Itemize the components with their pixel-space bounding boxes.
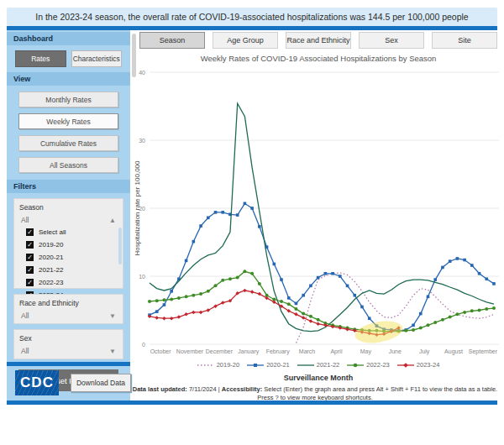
data-point-2023-24[interactable] <box>309 319 313 323</box>
rates-button[interactable]: Rates <box>15 50 66 67</box>
view-button-monthly-rates[interactable]: Monthly Rates <box>18 92 118 107</box>
data-point-2022-23[interactable] <box>162 298 165 301</box>
data-point-2023-24[interactable] <box>177 315 181 319</box>
checkbox-checked-icon[interactable]: ✓ <box>26 228 34 236</box>
data-point-2022-23[interactable] <box>412 328 415 332</box>
data-point-2022-23[interactable] <box>492 306 496 310</box>
data-point-2020-21[interactable] <box>250 207 254 210</box>
data-point-2020-21[interactable] <box>492 282 496 285</box>
season-list-scrollbar[interactable] <box>118 228 122 264</box>
season-option-2021-22[interactable]: ✓2021-22 <box>26 264 118 275</box>
data-point-2023-24[interactable] <box>250 290 255 294</box>
legend-item-2020-21[interactable]: 2020-21 <box>247 361 290 369</box>
data-point-2023-24[interactable] <box>184 312 188 317</box>
data-point-2023-24[interactable] <box>302 316 306 320</box>
series-line-2022-23[interactable] <box>150 271 494 331</box>
data-point-2022-23[interactable] <box>199 292 202 296</box>
data-point-2022-23[interactable] <box>221 279 224 282</box>
characteristics-button[interactable]: Characteristics <box>71 50 123 67</box>
data-point-2022-23[interactable] <box>294 307 297 311</box>
data-point-2022-23[interactable] <box>148 300 151 303</box>
data-point-2022-23[interactable] <box>170 298 173 301</box>
season-option-2020-21[interactable]: ✓2020-21 <box>26 252 118 263</box>
data-point-2020-21[interactable] <box>236 213 239 217</box>
data-point-2022-23[interactable] <box>185 295 188 298</box>
tab-race-and-ethnicity[interactable]: Race and Ethnicity <box>286 32 351 49</box>
legend-item-2021-22[interactable]: 2021-22 <box>297 361 340 369</box>
data-point-2020-21[interactable] <box>170 290 173 293</box>
checkbox-checked-icon[interactable]: ✓ <box>26 254 34 261</box>
tab-sex[interactable]: Sex <box>359 32 424 49</box>
data-point-2020-21[interactable] <box>199 224 202 228</box>
checkbox-checked-icon[interactable]: ✓ <box>26 266 34 274</box>
data-point-2020-21[interactable] <box>470 264 474 267</box>
data-point-2020-21[interactable] <box>449 259 452 263</box>
legend-item-2019-20[interactable]: 2019-20 <box>197 361 240 369</box>
data-point-2020-21[interactable] <box>317 276 320 280</box>
data-point-2020-21[interactable] <box>456 257 459 260</box>
data-point-2020-21[interactable] <box>346 285 349 288</box>
data-point-2023-24[interactable] <box>162 317 166 321</box>
data-point-2022-23[interactable] <box>404 329 407 332</box>
data-point-2023-24[interactable] <box>199 311 203 315</box>
data-point-2020-21[interactable] <box>485 277 488 280</box>
legend-item-2023-24[interactable]: 2023-24 <box>397 361 440 369</box>
data-point-2023-24[interactable] <box>170 317 174 321</box>
season-filter-dropdown[interactable]: All ▲ <box>19 215 118 225</box>
data-point-2020-21[interactable] <box>244 202 247 206</box>
data-point-2023-24[interactable] <box>155 316 159 320</box>
data-point-2020-21[interactable] <box>433 278 437 281</box>
data-point-2022-23[interactable] <box>177 296 181 300</box>
data-point-2020-21[interactable] <box>339 275 342 278</box>
weekly-rates-line-chart[interactable]: 010203040Hospitalization rate per 100,00… <box>134 67 504 361</box>
data-point-2020-21[interactable] <box>295 302 298 306</box>
data-point-2020-21[interactable] <box>192 240 196 243</box>
data-point-2022-23[interactable] <box>192 294 195 297</box>
data-point-2020-21[interactable] <box>309 285 312 288</box>
data-point-2020-21[interactable] <box>353 294 356 297</box>
cdc-logo[interactable]: CDC <box>15 370 59 395</box>
race-filter-dropdown[interactable]: All ▼ <box>19 311 118 321</box>
data-point-2020-21[interactable] <box>463 259 466 262</box>
data-point-2020-21[interactable] <box>478 272 481 275</box>
data-point-2022-23[interactable] <box>485 307 488 311</box>
legend-item-2022-23[interactable]: 2022-23 <box>347 361 390 369</box>
data-point-2022-23[interactable] <box>426 323 429 327</box>
data-point-2020-21[interactable] <box>155 310 159 313</box>
data-point-2022-23[interactable] <box>470 309 474 312</box>
data-point-2020-21[interactable] <box>258 225 261 228</box>
data-point-2022-23[interactable] <box>309 315 312 318</box>
data-point-2023-24[interactable] <box>221 301 225 305</box>
data-point-2022-23[interactable] <box>287 302 291 306</box>
data-point-2022-23[interactable] <box>258 282 261 285</box>
checkbox-checked-icon[interactable]: ✓ <box>26 279 34 286</box>
data-point-2022-23[interactable] <box>478 309 481 312</box>
checkbox-checked-icon[interactable]: ✓ <box>26 241 34 249</box>
data-point-2020-21[interactable] <box>441 266 444 270</box>
data-point-2020-21[interactable] <box>419 312 423 316</box>
data-point-2022-23[interactable] <box>236 276 239 280</box>
data-point-2020-21[interactable] <box>287 296 291 300</box>
data-point-2022-23[interactable] <box>455 312 459 316</box>
data-point-2022-23[interactable] <box>463 311 466 314</box>
sex-filter-dropdown[interactable]: All ▼ <box>19 346 118 356</box>
series-line-2021-22[interactable] <box>150 103 494 331</box>
data-point-2020-21[interactable] <box>412 324 415 327</box>
data-point-2022-23[interactable] <box>441 318 444 322</box>
data-point-2020-21[interactable] <box>221 211 224 214</box>
tab-season[interactable]: Season <box>139 32 205 49</box>
data-point-2022-23[interactable] <box>250 272 254 275</box>
season-option-2022-23[interactable]: ✓2022-23 <box>26 277 118 288</box>
data-point-2020-21[interactable] <box>331 272 334 275</box>
data-point-2023-24[interactable] <box>243 289 247 293</box>
data-point-2022-23[interactable] <box>228 277 232 280</box>
tab-site[interactable]: Site <box>432 32 497 49</box>
data-point-2022-23[interactable] <box>207 290 210 293</box>
data-point-2020-21[interactable] <box>280 278 283 281</box>
tab-age-group[interactable]: Age Group <box>213 32 278 49</box>
data-point-2023-24[interactable] <box>316 322 320 326</box>
data-point-2020-21[interactable] <box>302 294 305 297</box>
view-button-cumulative-rates[interactable]: Cumulative Rates <box>18 135 118 151</box>
data-point-2022-23[interactable] <box>433 321 437 324</box>
data-point-2023-24[interactable] <box>192 311 196 315</box>
